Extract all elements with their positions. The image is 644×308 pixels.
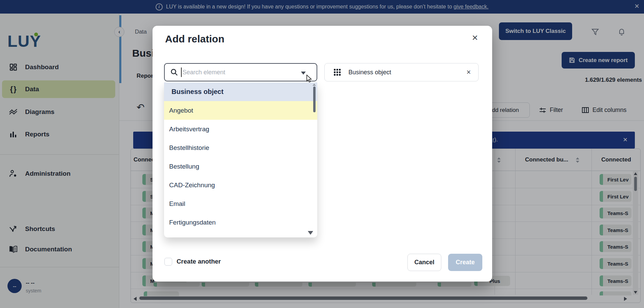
chevron-down-icon[interactable]: [301, 72, 306, 75]
dropdown-scrollbar-thumb[interactable]: [313, 86, 316, 112]
chip-label: Business object: [348, 69, 391, 76]
create-button-disabled[interactable]: Create: [448, 254, 482, 271]
cancel-button[interactable]: Cancel: [407, 254, 441, 271]
type-filter-chip[interactable]: Business object ×: [324, 63, 479, 81]
dropdown-option-angebot[interactable]: Angebot: [164, 101, 317, 120]
create-another-checkbox[interactable]: [164, 258, 172, 266]
mouse-cursor: [306, 75, 314, 84]
dropdown-option-arbeitsvertrag[interactable]: Arbeitsvertrag: [164, 120, 317, 138]
dropdown-option-fertigungsdaten[interactable]: Fertigungsdaten: [164, 213, 317, 232]
modal-title: Add relation: [165, 33, 224, 45]
search-results-dropdown: Business object Angebot Arbeitsvertrag B…: [164, 82, 317, 237]
create-another-label: Create another: [177, 258, 221, 265]
search-icon: [170, 68, 178, 76]
dropdown-scroll-down-icon[interactable]: [308, 231, 313, 235]
modal-close-icon[interactable]: ×: [472, 32, 478, 43]
dropdown-option-cad-zeichnung[interactable]: CAD-Zeichnung: [164, 176, 317, 194]
dropdown-option-bestellung[interactable]: Bestellung: [164, 157, 317, 176]
dropdown-group-header: Business object: [164, 82, 317, 101]
grid-icon: [334, 69, 341, 76]
text-caret: [181, 68, 182, 77]
dropdown-option-email[interactable]: Email: [164, 194, 317, 213]
add-relation-modal: Add relation × Search element Business o…: [153, 26, 492, 282]
search-placeholder: Search element: [183, 69, 225, 76]
chip-remove-icon[interactable]: ×: [466, 68, 471, 77]
dropdown-option-bestellhistorie[interactable]: Bestellhistorie: [164, 138, 317, 157]
search-element-input[interactable]: Search element: [164, 63, 317, 81]
